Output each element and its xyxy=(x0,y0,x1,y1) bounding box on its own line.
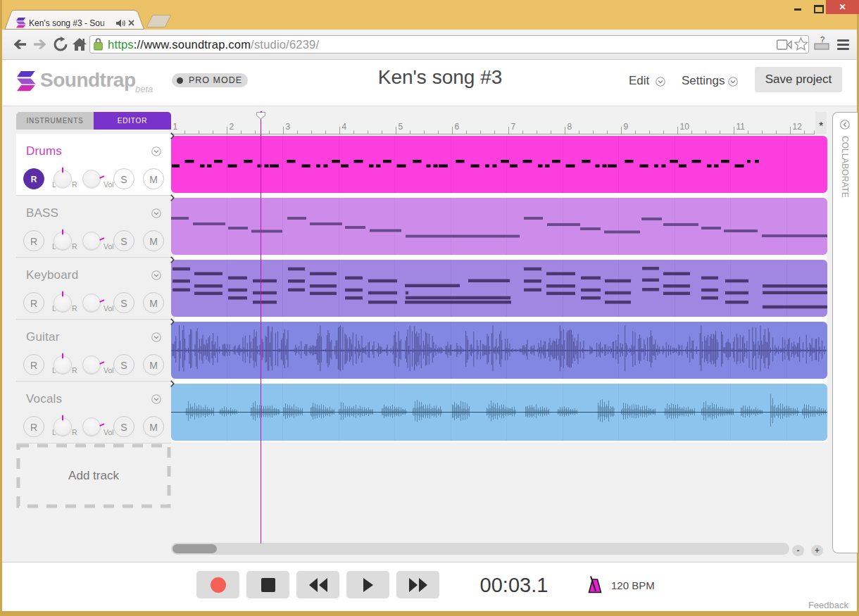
save-project-button[interactable]: Save project xyxy=(755,67,842,92)
tab-editor[interactable]: EDITOR xyxy=(94,112,171,130)
url-host: ://www.soundtrap.com xyxy=(134,38,251,51)
collaborate-collapse-icon[interactable] xyxy=(840,120,850,130)
vol-label: Vol xyxy=(104,304,114,313)
svg-text:7: 7 xyxy=(511,122,516,132)
zoom-in-button[interactable]: + xyxy=(811,545,823,556)
clip-keyboard[interactable] xyxy=(171,260,827,317)
pan-left-label: L xyxy=(52,242,56,251)
metronome-icon[interactable] xyxy=(587,576,603,593)
record-arm-button[interactable]: R xyxy=(23,230,44,251)
pro-mode-badge[interactable]: PRO MODE xyxy=(172,73,248,87)
tab-close-icon[interactable] xyxy=(127,19,135,27)
clip-handle-icon[interactable] xyxy=(170,194,175,201)
back-icon[interactable] xyxy=(12,37,27,52)
solo-button[interactable]: S xyxy=(113,230,134,251)
svg-text:8: 8 xyxy=(568,122,572,132)
playhead-flag-dot xyxy=(261,111,263,113)
edit-chevron-icon[interactable] xyxy=(656,77,665,87)
settings-menu[interactable]: Settings xyxy=(682,74,725,88)
solo-button[interactable]: S xyxy=(113,168,134,189)
reload-icon[interactable] xyxy=(53,37,68,52)
clip-guitar[interactable] xyxy=(171,322,827,379)
window-minimize-button[interactable] xyxy=(794,8,801,11)
download-question-icon[interactable]: ? xyxy=(814,36,830,51)
brand-name: Soundtrap xyxy=(40,69,136,92)
clip-handle-icon[interactable] xyxy=(170,380,175,387)
svg-text:5: 5 xyxy=(399,122,403,132)
camera-icon[interactable] xyxy=(777,39,792,50)
track-chevron-icon[interactable] xyxy=(151,394,161,404)
pan-right-label: R xyxy=(72,428,77,436)
mute-button[interactable]: M xyxy=(143,292,164,313)
volume-knob[interactable] xyxy=(82,170,101,188)
feedback-link[interactable]: Feedback xyxy=(775,600,848,610)
record-arm-button[interactable]: R xyxy=(23,416,44,437)
pan-right-label: R xyxy=(72,304,77,313)
play-button[interactable] xyxy=(346,571,389,598)
pan-left-label: L xyxy=(52,366,56,375)
solo-button[interactable]: S xyxy=(113,354,134,375)
tab-instruments[interactable]: INSTRUMENTS xyxy=(16,112,94,130)
track-name: Vocals xyxy=(26,392,62,406)
track-panel-keyboard[interactable]: Keyboard R L R Vol S M xyxy=(16,258,171,320)
clip-vocals[interactable] xyxy=(171,384,827,441)
menu-hamburger-icon[interactable] xyxy=(837,39,849,50)
song-title[interactable]: Ken's song #3 xyxy=(317,66,563,89)
edit-menu[interactable]: Edit xyxy=(629,74,649,88)
ruler-star-marker[interactable]: * xyxy=(815,112,827,134)
forward-icon[interactable] xyxy=(32,37,48,52)
fast-forward-button[interactable] xyxy=(396,571,439,598)
playhead-line xyxy=(261,118,261,543)
window-maximize-button[interactable] xyxy=(814,5,824,13)
window-close-button[interactable]: ✕ xyxy=(826,0,859,14)
track-panel-vocals[interactable]: Vocals R L R Vol S M xyxy=(16,382,171,444)
zoom-out-button[interactable]: - xyxy=(792,545,804,556)
mute-button[interactable]: M xyxy=(143,416,164,437)
track-chevron-icon[interactable] xyxy=(151,146,161,156)
record-arm-button[interactable]: R xyxy=(23,292,44,313)
tab-favicon-soundtrap-logo xyxy=(16,18,26,28)
playhead-marker[interactable] xyxy=(256,112,265,120)
svg-text:3: 3 xyxy=(286,122,291,132)
mute-button[interactable]: M xyxy=(143,230,164,251)
clip-bass[interactable] xyxy=(171,198,827,255)
clip-drums[interactable] xyxy=(171,136,827,193)
pan-right-label: R xyxy=(72,242,77,251)
volume-knob[interactable] xyxy=(82,294,101,312)
stop-button[interactable] xyxy=(246,571,289,598)
rewind-button[interactable] xyxy=(296,571,339,598)
clip-handle-icon[interactable] xyxy=(170,318,175,325)
record-arm-button[interactable]: R xyxy=(23,168,44,189)
track-chevron-icon[interactable] xyxy=(151,208,161,218)
track-name: Keyboard xyxy=(26,268,78,282)
url-text[interactable]: https://www.soundtrap.com/studio/6239/ xyxy=(108,38,319,51)
scrollbar-thumb[interactable] xyxy=(173,544,217,553)
mute-button[interactable]: M xyxy=(143,168,164,189)
fast-forward-icon xyxy=(408,578,428,592)
track-panel-bass[interactable]: BASS R L R Vol S M xyxy=(16,196,171,258)
pro-mode-label: PRO MODE xyxy=(189,73,242,87)
solo-button[interactable]: S xyxy=(113,416,134,437)
track-chevron-icon[interactable] xyxy=(151,332,161,342)
clip-handle-icon[interactable] xyxy=(170,132,175,139)
record-button[interactable] xyxy=(196,571,239,598)
home-icon[interactable] xyxy=(72,37,87,52)
track-chevron-icon[interactable] xyxy=(151,270,161,280)
mute-button[interactable]: M xyxy=(143,354,164,375)
track-panel-drums[interactable]: Drums R L R Vol S M xyxy=(16,134,171,196)
vol-label: Vol xyxy=(104,366,114,375)
bpm-display[interactable]: 120 BPM xyxy=(611,579,655,591)
record-arm-button[interactable]: R xyxy=(23,354,44,375)
volume-knob[interactable] xyxy=(82,232,101,250)
solo-button[interactable]: S xyxy=(113,292,134,313)
horizontal-scrollbar[interactable] xyxy=(171,543,789,555)
clip-handle-icon[interactable] xyxy=(170,256,175,263)
track-panel-guitar[interactable]: Guitar R L R Vol S M xyxy=(16,320,171,382)
settings-chevron-icon[interactable] xyxy=(728,77,738,87)
timeline-ruler[interactable]: 123456789101112 xyxy=(171,109,827,134)
volume-knob[interactable] xyxy=(82,356,101,374)
tab-title-fade xyxy=(101,18,115,29)
bookmark-star-icon[interactable] xyxy=(794,37,808,51)
volume-knob[interactable] xyxy=(82,417,101,436)
https-padlock-icon[interactable] xyxy=(94,37,103,51)
